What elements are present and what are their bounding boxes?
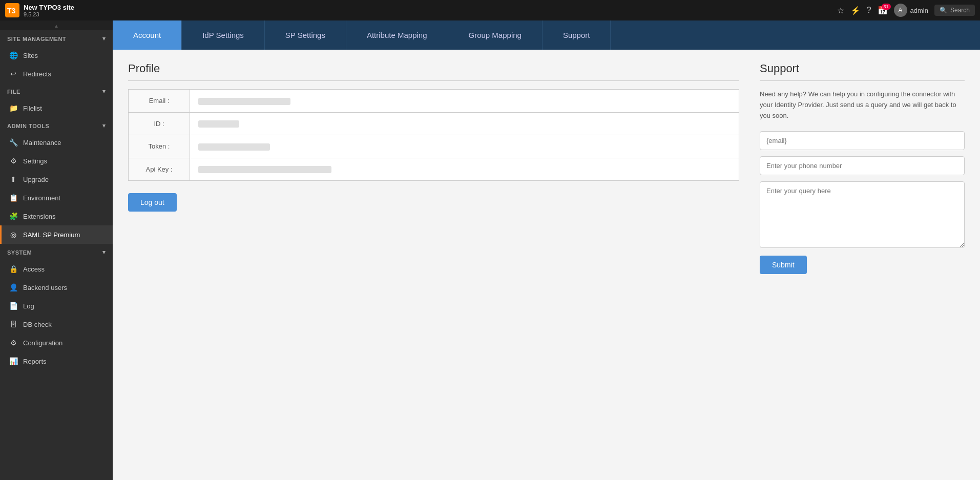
sidebar-item-label: Access xyxy=(23,265,45,273)
sidebar: ▲ SITE MANAGEMENT ▾ 🌐 Sites ↩ Redirects … xyxy=(0,20,113,480)
sidebar-item-configuration[interactable]: ⚙ Configuration xyxy=(0,333,113,352)
support-description: Need any help? We can help you in config… xyxy=(760,89,965,121)
sidebar-section-file[interactable]: FILE ▾ xyxy=(0,83,113,99)
calendar-badge[interactable]: 📅 31 xyxy=(878,6,888,15)
svg-text:T3: T3 xyxy=(7,7,16,15)
settings-icon: ⚙ xyxy=(9,156,18,165)
sidebar-item-label: Log xyxy=(23,302,34,310)
backend-users-icon: 👤 xyxy=(9,283,18,292)
tab-label: Account xyxy=(133,31,161,39)
support-panel: Support Need any help? We can help you i… xyxy=(760,62,965,468)
sidebar-item-redirects[interactable]: ↩ Redirects xyxy=(0,65,113,83)
support-title: Support xyxy=(760,62,965,81)
tab-support[interactable]: Support xyxy=(543,20,611,50)
sidebar-item-label: Settings xyxy=(23,157,47,165)
table-row: Token : xyxy=(129,135,739,158)
sidebar-item-label: Environment xyxy=(23,194,60,202)
tab-group-mapping[interactable]: Group Mapping xyxy=(448,20,543,50)
sidebar-item-label: Sites xyxy=(23,52,38,59)
maintenance-icon: 🔧 xyxy=(9,138,18,147)
phone-input[interactable] xyxy=(760,156,965,175)
site-version: 9.5.23 xyxy=(24,11,74,17)
sidebar-item-sites[interactable]: 🌐 Sites xyxy=(0,46,113,65)
field-label-api-key: Api Key : xyxy=(129,158,190,181)
sidebar-item-access[interactable]: 🔒 Access xyxy=(0,260,113,278)
field-label-id: ID : xyxy=(129,112,190,135)
sidebar-item-settings[interactable]: ⚙ Settings xyxy=(0,152,113,170)
tab-label: SP Settings xyxy=(285,31,325,39)
chevron-icon: ▾ xyxy=(102,35,106,42)
sidebar-item-saml-sp[interactable]: ◎ SAML SP Premium xyxy=(0,225,113,244)
tab-attribute-mapping[interactable]: Attribute Mapping xyxy=(346,20,448,50)
sidebar-item-label: Backend users xyxy=(23,284,67,291)
db-check-icon: 🗄 xyxy=(9,320,18,329)
sidebar-section-site-management[interactable]: SITE MANAGEMENT ▾ xyxy=(0,30,113,46)
typo3-logo-icon: T3 xyxy=(5,3,19,17)
sidebar-section-label: SYSTEM xyxy=(7,249,32,256)
sidebar-item-label: Upgrade xyxy=(23,176,49,183)
saml-icon: ◎ xyxy=(9,230,18,239)
sidebar-section-system[interactable]: SYSTEM ▾ xyxy=(0,244,113,260)
filelist-icon: 📁 xyxy=(9,103,18,113)
tab-label: IdP Settings xyxy=(202,31,244,39)
sidebar-item-environment[interactable]: 📋 Environment xyxy=(0,189,113,207)
topbar-right: ☆ ⚡ ? 📅 31 A admin 🔍 Search xyxy=(837,4,975,17)
table-row: ID : xyxy=(129,112,739,135)
site-name: New TYPO3 site xyxy=(24,4,74,11)
tab-label: Group Mapping xyxy=(469,31,522,39)
configuration-icon: ⚙ xyxy=(9,338,18,347)
chevron-icon: ▾ xyxy=(102,249,106,256)
sidebar-section-label: ADMIN TOOLS xyxy=(7,123,49,129)
api-key-value-blurred xyxy=(198,166,331,173)
search-label: Search xyxy=(950,7,970,14)
sidebar-item-label: Reports xyxy=(23,358,47,365)
token-value-blurred xyxy=(198,143,270,151)
sidebar-item-backend-users[interactable]: 👤 Backend users xyxy=(0,278,113,297)
chevron-icon: ▾ xyxy=(102,88,106,95)
username: admin xyxy=(910,7,928,14)
tab-sp-settings[interactable]: SP Settings xyxy=(265,20,346,50)
user-menu[interactable]: A admin xyxy=(894,4,928,17)
star-icon[interactable]: ☆ xyxy=(837,6,844,15)
tab-label: Support xyxy=(563,31,590,39)
sidebar-item-filelist[interactable]: 📁 Filelist xyxy=(0,99,113,117)
tabs-bar: Account IdP Settings SP Settings Attribu… xyxy=(113,20,980,50)
sidebar-item-reports[interactable]: 📊 Reports xyxy=(0,352,113,370)
sidebar-section-label: SITE MANAGEMENT xyxy=(7,36,66,42)
sidebar-item-db-check[interactable]: 🗄 DB check xyxy=(0,315,113,333)
table-row: Api Key : xyxy=(129,158,739,181)
avatar: A xyxy=(894,4,907,17)
tab-idp-settings[interactable]: IdP Settings xyxy=(182,20,265,50)
sidebar-item-extensions[interactable]: 🧩 Extensions xyxy=(0,207,113,225)
submit-button[interactable]: Submit xyxy=(760,256,807,274)
sidebar-item-log[interactable]: 📄 Log xyxy=(0,297,113,315)
tab-account[interactable]: Account xyxy=(113,20,182,50)
notification-badge: 31 xyxy=(882,4,891,10)
logout-button[interactable]: Log out xyxy=(128,193,177,212)
bolt-icon[interactable]: ⚡ xyxy=(850,6,861,15)
email-input[interactable] xyxy=(760,131,965,150)
sidebar-section-label: FILE xyxy=(7,89,20,95)
redirects-icon: ↩ xyxy=(9,69,18,78)
search-box[interactable]: 🔍 Search xyxy=(934,5,975,16)
extensions-icon: 🧩 xyxy=(9,212,18,221)
query-textarea[interactable] xyxy=(760,181,965,248)
table-row: Email : xyxy=(129,90,739,113)
profile-panel: Profile Email : ID : xyxy=(128,62,739,468)
field-value-id xyxy=(190,112,739,135)
field-label-email: Email : xyxy=(129,90,190,113)
sidebar-item-label: Maintenance xyxy=(23,139,61,147)
help-icon[interactable]: ? xyxy=(867,6,871,15)
sites-icon: 🌐 xyxy=(9,51,18,60)
topbar: T3 New TYPO3 site 9.5.23 ☆ ⚡ ? 📅 31 A ad… xyxy=(0,0,980,20)
sidebar-item-label: Filelist xyxy=(23,105,42,112)
sidebar-item-upgrade[interactable]: ⬆ Upgrade xyxy=(0,170,113,189)
reports-icon: 📊 xyxy=(9,357,18,366)
content-area: Account IdP Settings SP Settings Attribu… xyxy=(113,20,980,480)
sidebar-section-admin-tools[interactable]: ADMIN TOOLS ▾ xyxy=(0,117,113,133)
environment-icon: 📋 xyxy=(9,193,18,202)
sidebar-item-label: Extensions xyxy=(23,213,56,220)
search-icon: 🔍 xyxy=(940,7,947,14)
access-icon: 🔒 xyxy=(9,264,18,274)
sidebar-item-maintenance[interactable]: 🔧 Maintenance xyxy=(0,133,113,152)
